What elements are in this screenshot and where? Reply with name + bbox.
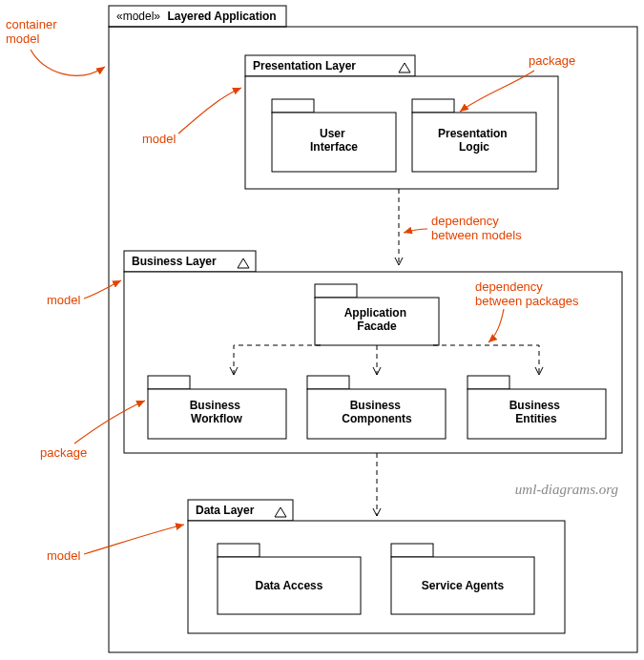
data-layer: Data Layer Data Access Service Agents bbox=[188, 500, 565, 633]
container-name: Layered Application bbox=[167, 10, 276, 23]
data-layer-title: Data Layer bbox=[196, 504, 255, 517]
annotation-model-2: model bbox=[47, 293, 81, 307]
svg-rect-4 bbox=[272, 99, 314, 113]
arrow-model-2 bbox=[84, 280, 121, 299]
svg-text:Business
        Workflow: Business Workflow bbox=[190, 399, 244, 425]
presentation-layer-title: Presentation Layer bbox=[253, 59, 356, 72]
annotation-package-2: package bbox=[40, 445, 87, 460]
svg-rect-21 bbox=[467, 376, 509, 389]
pkg-plogic-line2: Logic bbox=[459, 140, 489, 154]
svg-rect-18 bbox=[307, 376, 349, 389]
arrow-model-1 bbox=[178, 88, 241, 134]
business-layer-title: Business Layer bbox=[132, 255, 217, 268]
svg-rect-12 bbox=[315, 284, 357, 298]
svg-rect-28 bbox=[391, 544, 433, 557]
pkg-ui-line2: Interface bbox=[310, 140, 358, 154]
svg-rect-7 bbox=[412, 99, 454, 113]
svg-text:Business
        Components: Business Components bbox=[342, 399, 412, 425]
pkg-plogic-line1: Presentation bbox=[438, 127, 508, 140]
pkg-data-access: Data Access bbox=[256, 579, 323, 592]
container-stereotype: «model» Layered Application bbox=[116, 10, 277, 23]
svg-rect-26 bbox=[218, 544, 260, 557]
business-layer: Business Layer Application Facade Busine… bbox=[124, 251, 622, 453]
watermark: uml-diagrams.org bbox=[515, 482, 619, 497]
annotation-dep-models: dependencybetween models bbox=[431, 214, 522, 242]
pkg-service-agents: Service Agents bbox=[422, 579, 505, 592]
svg-rect-15 bbox=[148, 376, 190, 389]
arrow-container-model bbox=[31, 50, 105, 75]
annotation-container-model: containermodel bbox=[6, 17, 57, 46]
uml-diagram: «model» Layered Application Presentation… bbox=[0, 0, 644, 660]
annotation-model-1: model bbox=[142, 132, 177, 146]
annotation-model-3: model bbox=[47, 548, 81, 563]
presentation-layer: Presentation Layer User Interface Presen… bbox=[245, 55, 558, 189]
svg-text:Business
        Entities: Business Entities bbox=[509, 399, 564, 425]
container-stereotype-text: «model» bbox=[116, 10, 160, 23]
annotation-package-1: package bbox=[529, 53, 575, 68]
pkg-ui-line1: User bbox=[320, 127, 345, 140]
arrow-model-3 bbox=[84, 525, 184, 554]
arrow-dep-models bbox=[404, 229, 427, 233]
